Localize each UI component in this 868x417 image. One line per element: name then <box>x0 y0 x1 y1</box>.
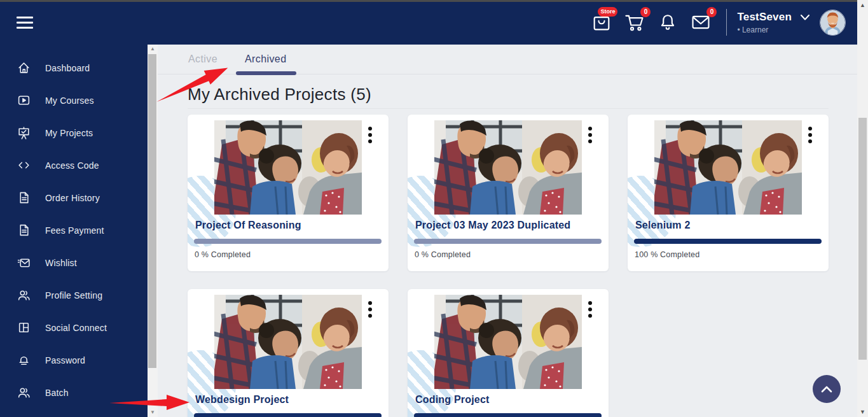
card-options-menu-icon[interactable] <box>588 127 592 146</box>
tab-row: ActiveArchived <box>188 53 286 65</box>
project-title: Project 03 May 2023 Duplicated <box>415 220 602 231</box>
sidebar-item-label: Password <box>45 355 85 365</box>
header-icon-group: Store00 <box>585 11 717 33</box>
sidebar-item-password[interactable]: Password <box>0 344 148 376</box>
project-card-project-03-may-2023-duplicated[interactable]: Project 03 May 2023 Duplicated 0 % Compl… <box>408 115 609 271</box>
sidebar-item-fees-payment[interactable]: Fees Payment <box>0 214 148 246</box>
people-icon <box>17 386 31 399</box>
header-actions: Store00 TestSeven • Learner <box>585 0 846 45</box>
sidebar-item-label: Order History <box>45 193 100 203</box>
user-menu[interactable]: TestSeven • Learner <box>737 11 809 34</box>
sidebar-item-live-meetings[interactable]: Live Meetings <box>0 409 148 417</box>
user-name: TestSeven <box>737 11 792 24</box>
sidebar-item-label: Wishlist <box>45 258 77 268</box>
sidebar-item-label: Social Connect <box>45 323 107 333</box>
chevron-down-icon[interactable] <box>801 11 809 23</box>
window-top-edge <box>0 0 857 2</box>
window-scrollbar[interactable]: ▲ ▼ <box>857 0 868 417</box>
main-content: ActiveArchived My Archived Projects (5) <box>158 45 857 417</box>
sidebar-item-access-code[interactable]: Access Code <box>0 149 148 181</box>
lock-icon <box>17 353 31 367</box>
progress-bar <box>414 413 602 417</box>
project-title: Coding Project <box>415 394 602 406</box>
project-title: Project Of Reasoning <box>195 220 382 231</box>
home-icon <box>17 61 31 74</box>
progress-fill <box>194 413 382 417</box>
sidebar-item-my-courses[interactable]: My Courses <box>0 84 148 117</box>
sidebar: DashboardMy CoursesMy ProjectsAccess Cod… <box>0 45 148 417</box>
badge: 0 <box>706 7 717 17</box>
completed-label: 100 % Completed <box>635 250 699 259</box>
project-photo <box>214 120 362 215</box>
badge: 0 <box>640 7 651 17</box>
project-card-grid: Project Of Reasoning 0 % Completed <box>158 109 857 417</box>
sidebar-item-my-projects[interactable]: My Projects <box>0 117 148 149</box>
courses-icon <box>17 94 31 107</box>
completed-label: 0 % Completed <box>195 250 251 259</box>
project-card-project-of-reasoning[interactable]: Project Of Reasoning 0 % Completed <box>188 115 389 271</box>
cart-icon[interactable]: 0 <box>624 11 645 33</box>
sidebar-item-social-connect[interactable]: Social Connect <box>0 311 148 344</box>
card-options-menu-icon[interactable] <box>808 127 812 146</box>
sidebar-item-wishlist[interactable]: Wishlist <box>0 246 148 279</box>
project-card-coding-project[interactable]: Coding Project <box>408 289 609 417</box>
avatar[interactable] <box>820 10 846 36</box>
project-card-selenium-2[interactable]: Selenium 2 100 % Completed <box>628 115 829 271</box>
notifications-icon[interactable] <box>657 11 679 33</box>
sidebar-item-profile-setting[interactable]: Profile Setting <box>0 279 148 311</box>
sidebar-item-label: Fees Payment <box>45 225 104 236</box>
projects-icon <box>17 126 31 139</box>
sidebar-item-label: Access Code <box>45 160 99 171</box>
progress-bar <box>194 239 382 244</box>
progress-bar <box>634 239 822 244</box>
sidebar-item-label: My Projects <box>45 128 93 138</box>
code-icon <box>17 159 31 172</box>
scrollbar-up-arrow-icon[interactable]: ▲ <box>148 45 158 53</box>
scroll-to-top-button[interactable] <box>813 375 841 403</box>
project-card-webdesign-project[interactable]: Webdesign Project <box>188 289 389 417</box>
store-icon[interactable]: Store <box>591 11 612 33</box>
tab-bar: ActiveArchived <box>158 45 857 74</box>
hamburger-menu-icon[interactable] <box>17 17 33 29</box>
messages-icon[interactable]: 0 <box>690 11 712 33</box>
document-icon <box>17 223 31 237</box>
window-scrollbar-thumb[interactable] <box>858 118 867 360</box>
sidebar-scrollbar-thumb[interactable] <box>148 54 156 368</box>
people-icon <box>17 288 31 302</box>
project-photo <box>214 295 362 389</box>
sidebar-item-label: My Courses <box>45 95 94 106</box>
scrollbar-up-arrow-icon[interactable]: ▲ <box>857 0 868 10</box>
project-photo <box>434 120 582 215</box>
document-icon <box>17 191 31 204</box>
scrollbar-down-arrow-icon[interactable]: ▼ <box>148 408 158 417</box>
sidebar-item-order-history[interactable]: Order History <box>0 181 148 214</box>
app-header: Store00 TestSeven • Learner <box>0 0 857 45</box>
card-options-menu-icon[interactable] <box>368 127 372 146</box>
tab-active[interactable]: Active <box>188 53 217 65</box>
card-options-menu-icon[interactable] <box>588 301 592 320</box>
sidebar-item-batch[interactable]: Batch <box>0 376 148 409</box>
scrollbar-down-arrow-icon[interactable]: ▼ <box>857 407 868 417</box>
progress-bar <box>414 239 602 244</box>
page-title: My Archived Projects (5) <box>188 85 829 104</box>
completed-label: 0 % Completed <box>415 250 471 259</box>
sidebar-scrollbar[interactable]: ▲ ▼ <box>148 45 158 417</box>
project-title: Webdesign Project <box>195 394 382 406</box>
sidebar-item-dashboard[interactable]: Dashboard <box>0 52 148 84</box>
project-photo <box>654 120 802 215</box>
progress-fill <box>634 239 822 244</box>
progress-fill <box>414 413 602 417</box>
sidebar-item-label: Batch <box>45 388 69 398</box>
progress-bar <box>194 413 382 417</box>
tab-archived[interactable]: Archived <box>245 53 286 65</box>
header-divider <box>726 9 727 36</box>
project-photo <box>434 295 582 389</box>
project-title: Selenium 2 <box>635 220 822 231</box>
user-role: • Learner <box>737 25 809 34</box>
sidebar-item-label: Profile Setting <box>45 290 102 300</box>
card-options-menu-icon[interactable] <box>368 301 372 320</box>
active-tab-indicator <box>236 71 296 75</box>
badge: Store <box>598 7 617 17</box>
wishlist-icon <box>17 256 31 269</box>
sidebar-item-label: Dashboard <box>45 63 90 73</box>
